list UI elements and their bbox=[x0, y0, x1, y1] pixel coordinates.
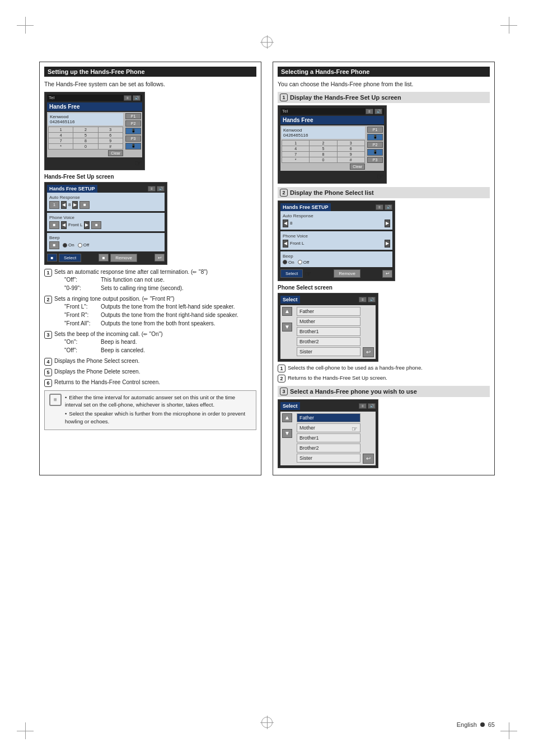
select-note-text-2: Returns to the Hands-Free Set Up screen. bbox=[288, 374, 387, 381]
reg-mark-tl bbox=[17, 17, 34, 34]
contact-number: 0426465116 bbox=[50, 119, 75, 124]
back-btn[interactable]: ↩ bbox=[154, 254, 165, 262]
instr-text-2: Sets a ringing tone output position. (✏ … bbox=[54, 295, 238, 303]
step2-ar-left[interactable]: ◀ bbox=[283, 220, 288, 227]
step3-title: Select bbox=[280, 402, 300, 410]
step2-beep-off-radio[interactable] bbox=[298, 260, 302, 264]
nav-down-btn[interactable]: ▼ bbox=[282, 323, 292, 332]
s1-p1-btn[interactable]: P1 bbox=[367, 127, 383, 133]
clear-btn[interactable]: Clear bbox=[108, 150, 123, 156]
step2-ar-controls: ◀ 8 ▶ bbox=[283, 220, 390, 227]
sub-val-off: This function can not use. bbox=[101, 276, 165, 284]
key-hash: # bbox=[99, 144, 123, 149]
sub-key-frontl: "Front L": bbox=[64, 303, 101, 311]
p3-btn[interactable]: P3 bbox=[125, 136, 141, 142]
instruction-item-6: 6 Returns to the Hands-Free Control scre… bbox=[44, 379, 256, 387]
instruction-item-2: 2 Sets a ringing tone output position. (… bbox=[44, 295, 256, 328]
instr-sub-2-frontr: "Front R": Outputs the tone from the fro… bbox=[64, 311, 238, 319]
step1-screen-title: Hands Free bbox=[280, 116, 384, 124]
step2-status-icons: ≡ 🔊 bbox=[376, 204, 392, 210]
contact-mother[interactable]: Mother bbox=[297, 317, 360, 326]
step2-select-btn[interactable]: Select bbox=[280, 269, 303, 278]
instr-detail-2: "Front L": Outputs the tone from the fro… bbox=[64, 303, 238, 328]
step3-return-btn[interactable]: ↩ bbox=[363, 454, 374, 464]
step-3-header: 3 Select a Hands-Free phone you wish to … bbox=[278, 386, 490, 397]
contact-sister[interactable]: Sister bbox=[297, 347, 360, 356]
instr-sub-2-frontall: "Front All": Outputs the tone from the b… bbox=[64, 320, 238, 328]
step3-contact-brother2[interactable]: Brother2 bbox=[297, 444, 360, 452]
beep-on-radio[interactable] bbox=[63, 243, 67, 248]
sel-vol-icon: 🔊 bbox=[368, 297, 376, 302]
s1-phone2-icon: 📱 bbox=[367, 149, 383, 156]
step2-ar-right[interactable]: ▶ bbox=[385, 220, 390, 227]
s1-p3-btn[interactable]: P3 bbox=[367, 157, 383, 163]
menu-icon: ≡ bbox=[124, 95, 132, 101]
p1-btn[interactable]: P1 bbox=[125, 113, 141, 119]
instr-detail-3: "On": Beep is heard. "Off": Beep is canc… bbox=[64, 338, 163, 354]
s1-p2-btn[interactable]: P2 bbox=[367, 142, 383, 148]
step3-contact-sister[interactable]: Sister bbox=[297, 454, 360, 463]
beep-off-radio[interactable] bbox=[78, 243, 82, 248]
step2-pv-left[interactable]: ◀ bbox=[283, 240, 288, 248]
step-2-header: 2 Display the Phone Select list bbox=[278, 187, 490, 198]
select-note-text-1: Selects the cell-phone to be used as a h… bbox=[288, 364, 423, 371]
sub-val-frontall: Outputs the tone from the both front spe… bbox=[101, 320, 216, 328]
s1-k2: 2 bbox=[310, 141, 336, 146]
step3-contact-father[interactable]: Father bbox=[297, 413, 360, 422]
sub-val-099: Sets to calling ring time (second). bbox=[101, 284, 184, 292]
s1-clear-btn[interactable]: Clear bbox=[350, 164, 365, 170]
step-1-label: Display the Hands-Free Set Up screen bbox=[290, 94, 401, 101]
step2-pv-right[interactable]: ▶ bbox=[385, 240, 390, 248]
nav-up-btn[interactable]: ▲ bbox=[282, 307, 292, 316]
step3-contacts: Father Mother ☞ Brother1 Brother2 Sister bbox=[297, 413, 360, 464]
phone-icon: 📱 bbox=[125, 128, 141, 134]
phone2-icon: 📱 bbox=[125, 143, 141, 150]
step3-contact-mother[interactable]: Mother ☞ bbox=[297, 423, 360, 432]
step2-beep-on-radio[interactable] bbox=[283, 260, 287, 264]
step1-menu-icon: ≡ bbox=[366, 109, 373, 114]
hand-cursor-1: ☞ bbox=[135, 158, 142, 167]
instr-text-3: Sets the beep of the incoming call. (✏ "… bbox=[54, 330, 163, 338]
contact-brother1[interactable]: Brother1 bbox=[297, 327, 360, 336]
step2-vol-icon: 🔊 bbox=[385, 204, 392, 210]
s1-kstar: * bbox=[282, 157, 309, 162]
sub-key-099: "0-99": bbox=[64, 284, 101, 292]
key-star: * bbox=[49, 144, 73, 149]
step3-nav-down[interactable]: ▼ bbox=[282, 429, 292, 438]
pv-right-arrow[interactable]: ▶ bbox=[84, 221, 90, 229]
crosshair-bottom bbox=[261, 717, 273, 728]
step2-beep-label: Beep bbox=[283, 254, 390, 259]
select-btn[interactable]: Select bbox=[59, 254, 81, 262]
left-section-title: Setting up the Hands-Free Phone bbox=[44, 67, 256, 77]
sub-key-off: "Off": bbox=[64, 276, 101, 284]
instr-text-1: Sets an automatic response time after ca… bbox=[54, 268, 208, 276]
p2-btn[interactable]: P2 bbox=[125, 120, 141, 127]
step2-beep-off-option: Off bbox=[298, 260, 310, 265]
instr-sub-2-frontl: "Front L": Outputs the tone from the fro… bbox=[64, 303, 238, 311]
contact-father[interactable]: Father bbox=[297, 307, 360, 316]
contact-brother2[interactable]: Brother2 bbox=[297, 337, 360, 346]
select-row: ▲ ▼ Father Mother Brother1 Brother2 Sist… bbox=[282, 307, 374, 357]
select-title-bar: Select ≡ 🔊 bbox=[280, 296, 376, 304]
auto-response-label: Auto Response bbox=[49, 195, 162, 200]
pv-left-arrow[interactable]: ◀ bbox=[61, 221, 67, 229]
step3-nav-up[interactable]: ▲ bbox=[282, 413, 292, 422]
remove-btn[interactable]: Remove bbox=[110, 254, 137, 262]
step-num-4: 4 bbox=[44, 358, 52, 366]
sel-menu-icon: ≡ bbox=[359, 297, 367, 302]
left-section-intro: The Hands-Free system can be set as foll… bbox=[44, 80, 256, 88]
instruction-item-4: 4 Displays the Phone Select screen. bbox=[44, 357, 256, 366]
step2-pv-controls: ◀ Front L ▶ bbox=[283, 240, 390, 248]
step3-status-icons: ≡ 🔊 bbox=[359, 403, 376, 409]
ar-right-arrow[interactable]: ▶ bbox=[72, 201, 78, 209]
note-box: ≡ Either the time interval for automatic… bbox=[44, 390, 256, 430]
select-return-btn[interactable]: ↩ bbox=[363, 347, 374, 357]
step2-back-btn[interactable]: ↩ bbox=[382, 270, 392, 278]
step-1-header: 1 Display the Hands-Free Set Up screen bbox=[278, 92, 490, 103]
step3-contact-brother1[interactable]: Brother1 bbox=[297, 433, 360, 442]
phone-voice-label: Phone Voice bbox=[49, 215, 162, 220]
ar-left-arrow[interactable]: ◀ bbox=[61, 201, 67, 209]
step2-remove-btn[interactable]: Remove bbox=[334, 269, 360, 278]
sub-val-on: Beep is heard. bbox=[101, 338, 137, 346]
remove-num-box: ■ bbox=[99, 254, 109, 262]
